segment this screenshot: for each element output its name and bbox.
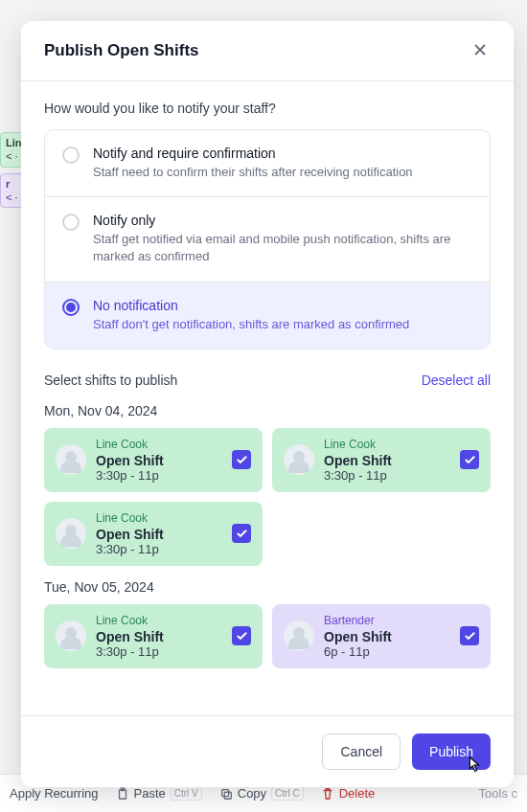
cancel-button[interactable]: Cancel (322, 733, 401, 770)
select-row: Select shifts to publish Deselect all (44, 372, 491, 388)
radio-icon (62, 147, 80, 164)
select-shifts-label: Select shifts to publish (44, 372, 177, 388)
option-title: Notify and require confirmation (93, 146, 413, 161)
apply-recurring-button[interactable]: Apply Recurring (10, 786, 99, 801)
shift-title: Open Shift (96, 527, 222, 542)
option-notify-only[interactable]: Notify only Staff get notified via email… (45, 197, 490, 282)
shift-card[interactable]: Line Cook Open Shift 3:30p - 11p (44, 428, 263, 492)
svg-rect-3 (224, 792, 231, 799)
shift-grid-day2: Line Cook Open Shift 3:30p - 11p Bartend… (44, 604, 491, 668)
notify-radio-group: Notify and require confirmation Staff ne… (44, 129, 491, 350)
deselect-all-link[interactable]: Deselect all (422, 372, 491, 388)
shift-role: Line Cook (324, 438, 450, 451)
option-title: No notification (93, 298, 409, 313)
checkbox-checked[interactable] (460, 450, 479, 469)
checkbox-checked[interactable] (232, 450, 251, 469)
shift-card[interactable]: Line Cook Open Shift 3:30p - 11p (44, 604, 263, 668)
close-button[interactable] (470, 40, 491, 61)
modal-title: Publish Open Shifts (44, 41, 199, 60)
option-desc: Staff get notified via email and mobile … (93, 231, 472, 265)
copy-button[interactable]: Copy Ctrl C (219, 786, 304, 801)
avatar (284, 620, 314, 651)
option-notify-confirm[interactable]: Notify and require confirmation Staff ne… (45, 130, 490, 197)
shift-card[interactable]: Line Cook Open Shift 3:30p - 11p (272, 428, 491, 492)
avatar (56, 518, 86, 549)
shift-grid-day1: Line Cook Open Shift 3:30p - 11p Line Co… (44, 428, 491, 566)
day-label: Tue, Nov 05, 2024 (44, 579, 491, 595)
trash-icon (321, 787, 334, 801)
avatar (56, 620, 86, 651)
checkbox-checked[interactable] (232, 626, 251, 645)
shift-title: Open Shift (96, 453, 222, 468)
shift-role: Line Cook (96, 438, 222, 451)
radio-icon (62, 214, 80, 231)
shift-role: Line Cook (96, 614, 222, 627)
shift-title: Open Shift (324, 629, 450, 644)
shift-card-bartender[interactable]: Bartender Open Shift 6p - 11p (272, 604, 491, 668)
shift-card[interactable]: Line Cook Open Shift 3:30p - 11p (44, 502, 263, 566)
shift-title: Open Shift (324, 453, 450, 468)
modal-body: How would you like to notify your staff?… (21, 81, 514, 715)
avatar (56, 444, 86, 475)
option-no-notification[interactable]: No notification Staff don't get notifica… (45, 282, 490, 349)
checkbox-checked[interactable] (460, 626, 479, 645)
close-icon (472, 40, 488, 62)
option-desc: Staff need to confirm their shifts after… (93, 164, 413, 181)
shift-role: Line Cook (96, 511, 222, 525)
clipboard-icon (116, 787, 129, 801)
shift-time: 3:30p - 11p (96, 468, 222, 483)
notify-question: How would you like to notify your staff? (44, 101, 491, 116)
svg-rect-2 (221, 789, 228, 796)
avatar (284, 444, 314, 475)
radio-icon (62, 299, 80, 316)
shift-time: 3:30p - 11p (324, 468, 450, 483)
option-title: Notify only (93, 213, 472, 228)
publish-open-shifts-modal: Publish Open Shifts How would you like t… (21, 21, 514, 787)
shift-role: Bartender (324, 614, 450, 627)
delete-button[interactable]: Delete (321, 786, 376, 801)
shift-time: 3:30p - 11p (96, 542, 222, 556)
shift-time: 3:30p - 11p (96, 644, 222, 659)
modal-header: Publish Open Shifts (21, 21, 514, 81)
modal-footer: Cancel Publish (21, 715, 514, 787)
day-label: Mon, Nov 04, 2024 (44, 403, 491, 418)
shift-time: 6p - 11p (324, 644, 450, 659)
copy-icon (219, 787, 233, 801)
paste-button[interactable]: Paste Ctrl V (116, 786, 202, 801)
tools-button[interactable]: Tools c (479, 786, 517, 801)
option-desc: Staff don't get notification, shifts are… (93, 316, 409, 333)
publish-button[interactable]: Publish (412, 733, 491, 770)
checkbox-checked[interactable] (232, 524, 251, 543)
shift-title: Open Shift (96, 629, 222, 644)
